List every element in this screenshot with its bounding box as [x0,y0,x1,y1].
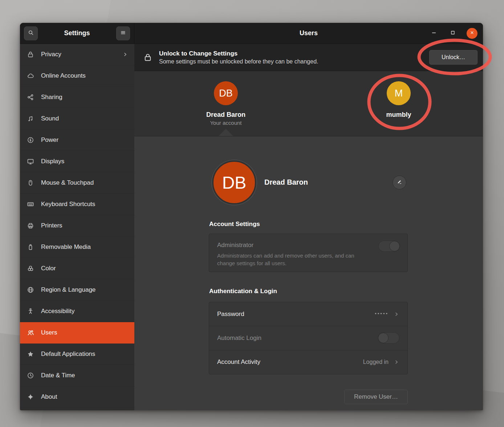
printer-icon [26,222,35,229]
sidebar-header: Settings [20,23,134,44]
sidebar-item-color[interactable]: Color [20,258,134,279]
administrator-label: Administrator [217,242,399,249]
sidebar: Settings Privacy Online Accounts Sharing… [20,23,134,410]
chevron-right-icon [394,359,399,365]
settings-window: Settings Privacy Online Accounts Sharing… [20,23,483,410]
carousel-user-name: Dread Baron [206,111,245,119]
unlock-banner: Unlock to Change Settings Some settings … [134,44,483,71]
avatar: DB [214,81,238,105]
minimize-button[interactable] [429,28,439,38]
sidebar-item-printers[interactable]: Printers [20,215,134,237]
close-icon [470,30,475,37]
search-button[interactable] [24,26,38,40]
removable-media-icon [26,243,35,251]
edit-name-button[interactable] [393,176,406,189]
power-icon [26,136,35,144]
automatic-login-toggle[interactable] [378,332,399,344]
sidebar-item-region-language[interactable]: Region & Language [20,279,134,301]
sidebar-item-label: Printers [41,222,62,229]
sound-icon [26,115,35,122]
sidebar-item-mouse-touchpad[interactable]: Mouse & Touchpad [20,172,134,194]
password-row[interactable]: Password ••••• [209,302,407,326]
sidebar-item-label: Online Accounts [41,72,86,79]
mouse-icon [26,179,35,186]
sidebar-item-label: Sharing [41,94,62,101]
pencil-icon [397,179,402,186]
lock-icon [143,53,152,62]
globe-icon [26,286,35,293]
sidebar-item-label: Removable Media [41,243,91,251]
avatar: M [387,81,411,105]
user-carousel: DB Dread Baron Your account M mumbly [134,71,483,136]
main-headerbar: Users [134,23,483,44]
toggle-knob [378,333,389,343]
toggle-knob [389,241,400,251]
sidebar-item-label: About [41,393,57,401]
carousel-user-dread-baron[interactable]: DB Dread Baron Your account [186,81,266,126]
automatic-login-label: Automatic Login [217,334,261,342]
sidebar-title: Settings [64,29,90,37]
close-button[interactable] [467,28,477,39]
sidebar-item-keyboard-shortcuts[interactable]: Keyboard Shortcuts [20,194,134,215]
maximize-button[interactable] [448,28,458,38]
sidebar-item-privacy[interactable]: Privacy [20,44,134,65]
sidebar-item-sound[interactable]: Sound [20,108,134,130]
lock-icon [26,51,35,58]
password-dots: ••••• [375,311,389,316]
account-activity-row[interactable]: Account Activity Logged in [209,350,407,374]
sidebar-item-label: Default Applications [41,350,95,358]
main-panel: Users Unlock to Change Settings [134,23,483,410]
sidebar-item-label: Mouse & Touchpad [41,179,94,186]
user-detail-panel: DB Dread Baron Account Settings Administ… [134,136,483,410]
sidebar-item-date-time[interactable]: Date & Time [20,365,134,386]
account-activity-value: Logged in [363,359,389,365]
remove-user-button[interactable]: Remove User… [344,390,408,404]
account-activity-label: Account Activity [217,358,260,366]
desktop: Settings Privacy Online Accounts Sharing… [0,0,504,427]
sidebar-item-online-accounts[interactable]: Online Accounts [20,65,134,87]
carousel-user-mumbly[interactable]: M mumbly [359,81,439,119]
unlock-button[interactable]: Unlock… [429,50,477,65]
profile-name: Dread Baron [264,178,308,186]
sidebar-item-power[interactable]: Power [20,130,134,151]
profile-avatar[interactable]: DB [212,160,256,205]
color-icon [26,265,35,272]
sparkle-icon [26,393,35,401]
sidebar-list: Privacy Online Accounts Sharing Sound Po… [20,44,134,410]
sidebar-item-label: Privacy [41,51,61,58]
sidebar-item-removable-media[interactable]: Removable Media [20,237,134,258]
sidebar-item-default-applications[interactable]: Default Applications [20,344,134,365]
automatic-login-row: Automatic Login [209,326,407,350]
menu-button[interactable] [116,26,130,40]
account-settings-heading: Account Settings [209,221,260,228]
sidebar-item-label: Displays [41,158,64,165]
accessibility-icon [26,308,35,315]
password-label: Password [217,311,244,318]
search-icon [28,30,34,37]
sidebar-item-label: Accessibility [41,308,75,315]
sidebar-item-label: Power [41,136,58,144]
cloud-icon [26,72,35,79]
users-icon [26,329,35,336]
carousel-user-subtitle: Your account [210,120,241,126]
authentication-heading: Authentication & Login [209,288,277,295]
sidebar-item-users[interactable]: Users [20,322,134,344]
sidebar-item-label: Sound [41,115,59,122]
account-settings-card: Administrator Administrators can add and… [209,234,408,272]
unlock-banner-title: Unlock to Change Settings [159,50,318,57]
sidebar-item-label: Date & Time [41,372,75,379]
star-icon [26,350,35,358]
sidebar-item-sharing[interactable]: Sharing [20,87,134,108]
sidebar-item-label: Keyboard Shortcuts [41,201,95,208]
sidebar-item-label: Region & Language [41,286,95,293]
minimize-icon [431,30,437,37]
sidebar-item-accessibility[interactable]: Accessibility [20,301,134,322]
carousel-user-name: mumbly [386,111,411,119]
hamburger-icon [120,30,126,37]
administrator-toggle[interactable] [378,241,400,252]
share-icon [26,94,35,101]
sidebar-item-displays[interactable]: Displays [20,151,134,172]
unlock-banner-text: Unlock to Change Settings Some settings … [159,50,318,65]
sidebar-item-about[interactable]: About [20,386,134,408]
maximize-icon [450,30,456,37]
